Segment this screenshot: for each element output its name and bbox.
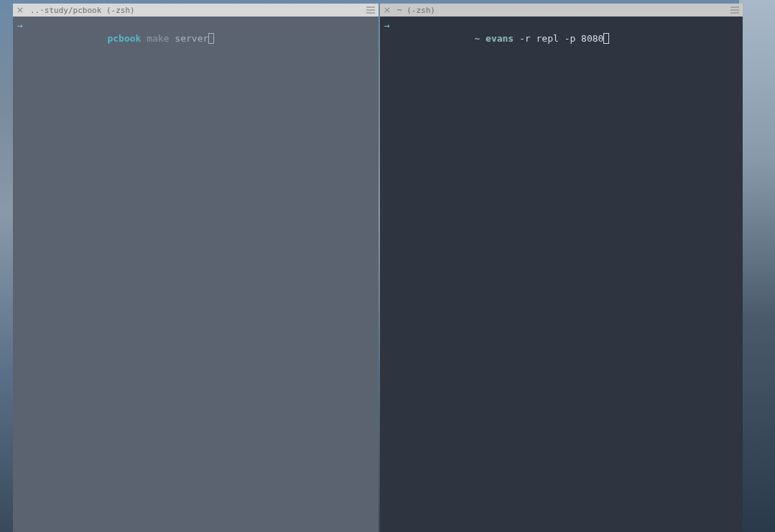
prompt-dim: make (141, 33, 175, 44)
cursor-icon (603, 33, 609, 44)
prompt-line-right: → ~ evans -r repl -p 8080 (384, 19, 738, 59)
terminal-pane-right[interactable]: ~ (-zsh) → ~ evans -r repl -p 8080 (380, 4, 743, 532)
prompt-arrow: → (384, 19, 390, 32)
prompt-dir: pcbook (107, 33, 141, 44)
tab-title-left: ..·study/pcbook (-zsh) (30, 6, 366, 15)
close-icon[interactable] (383, 6, 391, 14)
tab-title-right: ~ (-zsh) (397, 6, 730, 15)
terminal-window: ..·study/pcbook (-zsh) → pcbook make ser… (13, 4, 743, 532)
prompt-exec: evans (480, 33, 514, 44)
prompt-arrow: → (17, 19, 23, 32)
terminal-pane-left[interactable]: ..·study/pcbook (-zsh) → pcbook make ser… (13, 4, 379, 532)
terminal-body-right[interactable]: → ~ evans -r repl -p 8080 (380, 17, 743, 532)
prompt-line-left: → pcbook make server (17, 19, 374, 59)
close-icon[interactable] (16, 6, 24, 14)
prompt-command: server (175, 33, 208, 44)
hamburger-icon[interactable] (730, 5, 740, 15)
tab-bar-right: ~ (-zsh) (380, 4, 743, 17)
split-panes: ..·study/pcbook (-zsh) → pcbook make ser… (13, 4, 743, 532)
tab-bar-left: ..·study/pcbook (-zsh) (13, 4, 379, 17)
desktop-background: ..·study/pcbook (-zsh) → pcbook make ser… (0, 0, 775, 532)
cursor-icon (208, 33, 214, 44)
hamburger-icon[interactable] (366, 5, 376, 15)
terminal-body-left[interactable]: → pcbook make server (13, 17, 379, 532)
prompt-command: -r repl -p 8080 (514, 33, 603, 44)
